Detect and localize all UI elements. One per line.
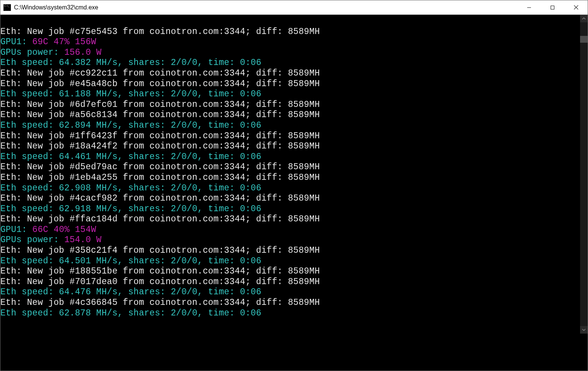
gpu-power-line: GPUs power: 156.0 W: [0, 48, 580, 58]
job-line: Eth: New job #1ff6423f from coinotron.co…: [0, 131, 580, 142]
speed-line: Eth speed: 61.188 MH/s, shares: 2/0/0, t…: [0, 89, 580, 100]
power-value: 154.0 W: [59, 235, 102, 245]
gpu1-label: GPU1:: [0, 37, 27, 47]
gpu-power-line: GPUs power: 154.0 W: [0, 235, 580, 246]
close-button[interactable]: [564, 0, 588, 14]
job-line: Eth: New job #4c366845 from coinotron.co…: [0, 298, 580, 308]
job-line: Eth: New job #cc922c11 from coinotron.co…: [0, 68, 580, 79]
terminal-line: [0, 16, 580, 27]
job-line: Eth: New job #1eb4a255 from coinotron.co…: [0, 173, 580, 183]
terminal-output[interactable]: Eth: New job #c75e5453 from coinotron.co…: [0, 15, 580, 334]
minimize-icon: [527, 5, 531, 10]
svg-rect-1: [551, 6, 554, 9]
scroll-thumb[interactable]: [580, 36, 588, 43]
speed-line: Eth speed: 64.461 MH/s, shares: 2/0/0, t…: [0, 152, 580, 162]
power-label: GPUs power:: [0, 235, 59, 245]
job-line: Eth: New job #4cacf982 from coinotron.co…: [0, 193, 580, 204]
job-line: Eth: New job #7017dea0 from coinotron.co…: [0, 277, 580, 288]
chevron-up-icon: [582, 17, 586, 20]
gpu-status-line: GPU1: 66C 40% 154W: [0, 225, 580, 235]
window-controls: [517, 0, 588, 14]
scroll-down-button[interactable]: [580, 326, 588, 334]
titlebar[interactable]: C:\Windows\system32\cmd.exe: [0, 0, 588, 15]
gpu-status-line: GPU1: 69C 47% 156W: [0, 37, 580, 48]
cmd-window: C:\Windows\system32\cmd.exe Eth: Ne: [0, 0, 588, 371]
power-value: 156.0 W: [59, 48, 102, 57]
chevron-down-icon: [582, 328, 586, 332]
speed-line: Eth speed: 64.501 MH/s, shares: 2/0/0, t…: [0, 256, 580, 267]
window-title: C:\Windows\system32\cmd.exe: [14, 4, 517, 11]
maximize-button[interactable]: [541, 0, 564, 14]
job-line: Eth: New job #d5ed79ac from coinotron.co…: [0, 162, 580, 173]
speed-line: Eth speed: 64.382 MH/s, shares: 2/0/0, t…: [0, 58, 580, 68]
job-line: Eth: New job #18a424f2 from coinotron.co…: [0, 141, 580, 152]
speed-line: Eth speed: 62.908 MH/s, shares: 2/0/0, t…: [0, 183, 580, 194]
job-line: Eth: New job #e45a48cb from coinotron.co…: [0, 79, 580, 90]
job-line: Eth: New job #358c21f4 from coinotron.co…: [0, 246, 580, 256]
scroll-up-button[interactable]: [580, 15, 588, 22]
minimize-button[interactable]: [517, 0, 541, 14]
job-line: Eth: New job #ffac184d from coinotron.co…: [0, 214, 580, 225]
content-area: Eth: New job #c75e5453 from coinotron.co…: [0, 15, 588, 334]
speed-line: Eth speed: 62.878 MH/s, shares: 2/0/0, t…: [0, 308, 580, 319]
close-icon: [574, 5, 579, 10]
maximize-icon: [550, 5, 555, 10]
speed-line: Eth speed: 62.894 MH/s, shares: 2/0/0, t…: [0, 121, 580, 131]
cmd-icon: [3, 4, 11, 11]
job-line: Eth: New job #c75e5453 from coinotron.co…: [0, 27, 580, 37]
job-line: Eth: New job #a56c8134 from coinotron.co…: [0, 110, 580, 121]
gpu1-values: 69C 47% 156W: [27, 37, 96, 47]
power-label: GPUs power:: [0, 48, 59, 57]
job-line: Eth: New job #188551be from coinotron.co…: [0, 266, 580, 277]
gpu1-label: GPU1:: [0, 225, 27, 235]
job-line: Eth: New job #6d7efc01 from coinotron.co…: [0, 100, 580, 110]
gpu1-values: 66C 40% 154W: [27, 225, 96, 235]
vertical-scrollbar[interactable]: [580, 15, 588, 334]
speed-line: Eth speed: 62.918 MH/s, shares: 2/0/0, t…: [0, 204, 580, 215]
bottom-blank-area: [0, 334, 588, 371]
speed-line: Eth speed: 64.476 MH/s, shares: 2/0/0, t…: [0, 287, 580, 298]
